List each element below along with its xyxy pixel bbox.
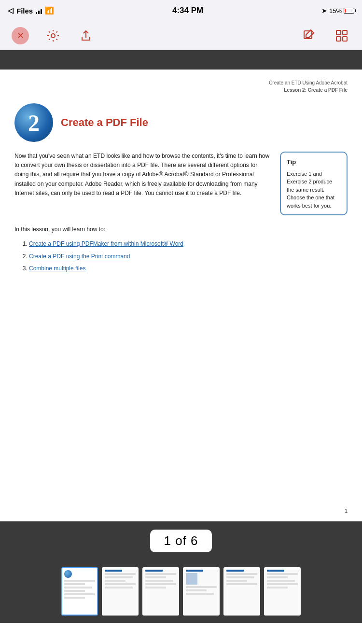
signal-bar-3 [41, 9, 42, 14]
thumbnail-4[interactable] [183, 567, 220, 616]
document-area: Create an ETD Using Adobe Acrobat Lesson… [0, 70, 362, 521]
thumbnail-6[interactable] [264, 567, 301, 616]
lesson-title: Create a PDF File [61, 116, 148, 129]
page-indicator: 1 of 6 [150, 530, 211, 552]
doc-header: Create an ETD Using Adobe Acrobat Lesson… [14, 79, 348, 94]
battery-fill [345, 9, 346, 13]
status-right: ➤ 15% [321, 7, 354, 14]
thumbnail-strip [0, 560, 362, 623]
body-paragraph: Now that you've seen what an ETD looks l… [14, 152, 270, 198]
doc-header-line1: Create an ETD Using Adobe Acrobat [14, 79, 348, 86]
lesson-title-area: 2 Create a PDF File [14, 103, 348, 142]
list-item: Create a PDF using PDFMaker from within … [29, 239, 348, 250]
thumb-inner-4 [184, 570, 219, 616]
thumb-inner-5 [224, 570, 259, 616]
list-item: Create a PDF using the Print command [29, 252, 348, 262]
thumb-inner-6 [265, 570, 300, 616]
location-icon: ➤ [321, 7, 327, 14]
close-icon: ✕ [17, 30, 24, 41]
tip-label: Tip [287, 157, 341, 167]
svg-point-0 [51, 34, 55, 38]
pagination-bar: 1 of 6 [0, 521, 362, 560]
share-button[interactable] [77, 27, 95, 44]
grid-button[interactable] [333, 27, 350, 44]
status-left: ◁ Files 📶 [8, 6, 54, 15]
close-button[interactable]: ✕ [12, 27, 29, 44]
svg-rect-3 [343, 30, 347, 35]
share-icon [79, 29, 93, 42]
edit-button[interactable] [300, 27, 318, 44]
app-name: Files [16, 7, 33, 15]
battery-icon [344, 8, 354, 14]
doc-header-line2: Lesson 2: Create a PDF File [14, 86, 348, 94]
tip-text: Exercise 1 and Exercise 2 produce the sa… [287, 170, 341, 210]
thumbnail-3[interactable] [142, 567, 179, 616]
page-number: 1 [345, 508, 348, 514]
grid-icon [335, 29, 348, 42]
toolbar-right [300, 27, 350, 44]
svg-rect-5 [343, 37, 347, 41]
svg-rect-4 [336, 37, 341, 41]
lesson-intro: In this lesson, you will learn how to: [14, 225, 348, 234]
edit-icon [302, 29, 316, 42]
battery-percent: 15% [329, 7, 342, 14]
doc-main: Now that you've seen what an ETD looks l… [14, 152, 270, 215]
signal-bars [36, 7, 42, 14]
settings-button[interactable] [44, 27, 62, 44]
dark-bar [0, 50, 362, 70]
toolbar-left: ✕ [12, 27, 95, 44]
doc-content: Now that you've seen what an ETD looks l… [14, 152, 348, 215]
svg-rect-2 [336, 30, 341, 35]
status-time: 4:34 PM [172, 6, 203, 15]
list-item: Combine multiple files [29, 264, 348, 274]
tip-box: Tip Exercise 1 and Exercise 2 produce th… [280, 152, 348, 215]
signal-bar-2 [38, 11, 40, 14]
list-link-1[interactable]: Create a PDF using PDFMaker from within … [29, 240, 183, 247]
list-link-2[interactable]: Create a PDF using the Print command [29, 253, 130, 260]
thumb-inner-3 [143, 570, 178, 616]
thumbnail-2[interactable] [102, 567, 139, 616]
thumbnail-5[interactable] [223, 567, 260, 616]
thumb-inner-1 [62, 570, 97, 616]
status-bar: ◁ Files 📶 4:34 PM ➤ 15% [0, 0, 362, 21]
lesson-number-icon: 2 [14, 103, 53, 142]
thumb-inner-2 [103, 570, 138, 616]
list-link-3[interactable]: Combine multiple files [29, 265, 85, 272]
toolbar: ✕ [0, 21, 362, 50]
signal-bar-1 [36, 12, 37, 14]
gear-icon [46, 29, 60, 42]
thumbnail-1[interactable] [61, 567, 98, 616]
back-arrow: ◁ [8, 6, 14, 15]
wifi-icon: 📶 [45, 6, 54, 15]
lesson-list: Create a PDF using PDFMaker from within … [29, 239, 348, 274]
